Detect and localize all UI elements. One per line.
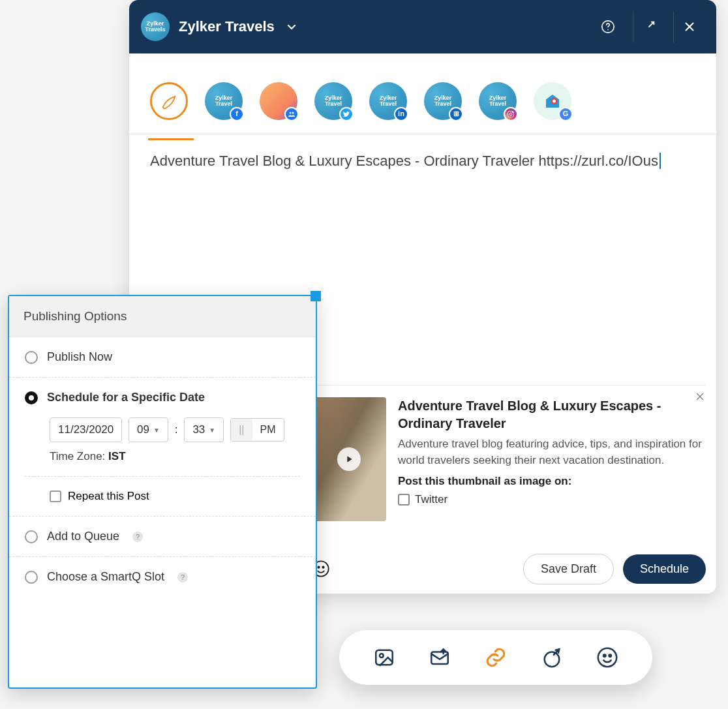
- svg-rect-17: [432, 652, 449, 664]
- option-smartq[interactable]: Choose a SmartQ Slot ?: [9, 557, 316, 597]
- compose-tab[interactable]: [150, 82, 188, 120]
- link-preview-card: Adventure Travel Blog & Luxury Escapes -…: [312, 385, 706, 521]
- minute-select[interactable]: 33▼: [184, 417, 224, 442]
- svg-point-1: [290, 112, 292, 113]
- svg-point-14: [322, 566, 324, 567]
- svg-point-13: [318, 566, 319, 567]
- option-add-queue[interactable]: Add to Queue ?: [9, 517, 316, 557]
- svg-rect-15: [376, 650, 393, 665]
- channel-twitter[interactable]: ZylkerTravel: [314, 82, 352, 120]
- share-icon[interactable]: [539, 644, 565, 671]
- message-icon[interactable]: [427, 644, 453, 671]
- publishing-options-popover: Publishing Options Publish Now Schedule …: [8, 295, 317, 689]
- save-draft-button[interactable]: Save Draft: [523, 554, 614, 584]
- date-field[interactable]: 11/23/2020: [50, 417, 122, 442]
- am-option[interactable]: ||: [231, 419, 252, 441]
- post-as-label: Post this thumbnail as image on:: [398, 475, 706, 488]
- linkedin-icon: in: [394, 107, 408, 121]
- channel-row: ZylkerTravelf ZylkerTravel ZylkerTraveli…: [129, 53, 716, 134]
- svg-rect-6: [455, 114, 455, 115]
- brand-name: Zylker Travels: [179, 18, 275, 35]
- emoji-toolbar-icon[interactable]: [594, 644, 620, 671]
- svg-point-19: [598, 648, 616, 667]
- svg-point-9: [509, 113, 512, 115]
- channel-linkedin-company[interactable]: ZylkerTravel: [424, 82, 462, 120]
- channel-facebook[interactable]: ZylkerTravelf: [205, 82, 243, 120]
- svg-point-11: [553, 99, 556, 102]
- svg-point-20: [603, 654, 605, 656]
- repeat-label: Repeat this Post: [68, 490, 149, 503]
- group-icon: [284, 107, 299, 121]
- floating-toolbar: [339, 630, 652, 685]
- titlebar: ZylkerTravels Zylker Travels: [129, 0, 716, 53]
- schedule-specific-row[interactable]: Schedule for a Specific Date: [25, 391, 300, 404]
- preview-close-icon[interactable]: [694, 391, 706, 402]
- smartq-label: Choose a SmartQ Slot: [47, 570, 164, 584]
- instagram-icon: [504, 107, 518, 121]
- svg-point-10: [513, 112, 513, 112]
- timezone-value: IST: [108, 450, 125, 462]
- svg-rect-4: [455, 113, 455, 113]
- radio-publish-now[interactable]: [25, 351, 38, 364]
- image-icon[interactable]: [371, 644, 397, 671]
- timezone-row: Time Zone: IST: [50, 450, 300, 463]
- editor-text: Adventure Travel Blog & Luxury Escapes -…: [150, 153, 658, 169]
- channel-instagram[interactable]: ZylkerTravel: [479, 82, 517, 120]
- play-icon: [337, 447, 361, 471]
- link-icon[interactable]: [483, 644, 509, 671]
- expand-icon[interactable]: [633, 11, 664, 42]
- hour-select[interactable]: 09▼: [129, 417, 168, 442]
- radio-add-queue[interactable]: [25, 530, 38, 543]
- twitter-icon: [339, 107, 354, 121]
- preview-description: Adventure travel blog featuring advice, …: [398, 436, 706, 468]
- pm-option[interactable]: PM: [252, 419, 284, 441]
- channel-gmb[interactable]: G: [534, 82, 571, 120]
- schedule-button[interactable]: Schedule: [623, 554, 706, 584]
- publish-now-label: Publish Now: [47, 350, 112, 364]
- svg-point-2: [292, 112, 294, 113]
- brand-avatar: ZylkerTravels: [141, 12, 170, 41]
- channel-group[interactable]: [260, 82, 297, 120]
- preview-thumbnail[interactable]: [312, 397, 386, 521]
- resize-handle[interactable]: [311, 291, 321, 301]
- svg-rect-3: [453, 112, 458, 116]
- preview-title: Adventure Travel Blog & Luxury Escapes -…: [398, 397, 706, 432]
- svg-rect-7: [457, 114, 457, 115]
- facebook-icon: f: [230, 107, 244, 121]
- svg-point-18: [544, 652, 559, 667]
- svg-rect-5: [457, 113, 457, 113]
- ampm-toggle[interactable]: || PM: [230, 418, 284, 442]
- close-icon[interactable]: [673, 11, 705, 42]
- time-colon: :: [175, 424, 177, 436]
- radio-smartq[interactable]: [25, 571, 38, 584]
- post-editor[interactable]: Adventure Travel Blog & Luxury Escapes -…: [129, 134, 716, 297]
- publishing-options-title: Publishing Options: [9, 296, 316, 337]
- repeat-post-checkbox[interactable]: Repeat this Post: [50, 490, 300, 503]
- twitter-option-label: Twitter: [415, 493, 447, 506]
- composer-footer: Save Draft Schedule: [312, 554, 706, 584]
- option-publish-now[interactable]: Publish Now: [9, 337, 316, 378]
- svg-point-16: [380, 654, 384, 657]
- channel-linkedin[interactable]: ZylkerTravelin: [369, 82, 407, 120]
- linkedin-company-icon: [449, 107, 463, 121]
- svg-point-21: [609, 654, 611, 656]
- queue-help-icon[interactable]: ?: [132, 532, 143, 542]
- twitter-thumbnail-checkbox[interactable]: Twitter: [398, 493, 706, 506]
- radio-schedule-specific[interactable]: [25, 391, 38, 404]
- option-schedule-specific: Schedule for a Specific Date 11/23/2020 …: [9, 378, 316, 517]
- google-icon: G: [558, 107, 573, 121]
- help-icon[interactable]: [592, 11, 624, 42]
- brand-dropdown[interactable]: [286, 22, 297, 32]
- schedule-specific-label: Schedule for a Specific Date: [47, 391, 205, 404]
- add-queue-label: Add to Queue: [47, 530, 119, 543]
- smartq-help-icon[interactable]: ?: [177, 572, 188, 582]
